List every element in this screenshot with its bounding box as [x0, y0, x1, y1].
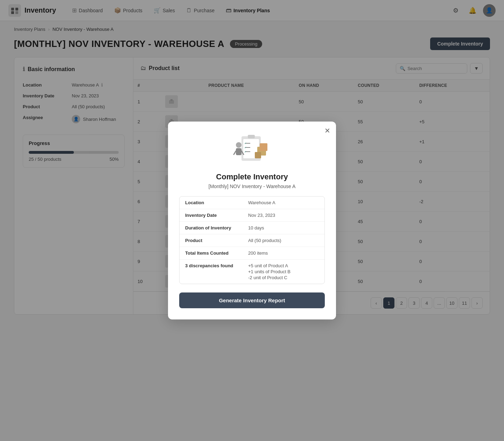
modal-value-total-items: 200 items [248, 250, 319, 256]
modal-row-product: Product All (50 products) [180, 234, 324, 247]
svg-rect-38 [236, 148, 241, 155]
modal-title: Complete Inventory [179, 172, 325, 181]
modal-label-duration: Duration of Inventory [185, 225, 248, 230]
clipboard-illustration: ✓ ✓ ✓ [231, 133, 273, 164]
modal-overlay[interactable]: ✕ ✓ ✓ ✓ [0, 0, 504, 329]
modal-row-inventory-date: Inventory Date Nov 23, 2023 [180, 209, 324, 222]
generate-inventory-report-button[interactable]: Generate Inventory Report [179, 292, 325, 308]
modal-value-discrepancies: +5 unit of Product A +1 units of Product… [248, 263, 319, 280]
modal-value-inventory-date: Nov 23, 2023 [248, 213, 319, 218]
svg-text:✓: ✓ [244, 150, 247, 153]
svg-rect-35 [260, 143, 267, 151]
modal-label-total-items: Total Items Counted [185, 250, 248, 256]
modal-row-discrepancies: 3 discrepancies found +5 unit of Product… [180, 260, 324, 284]
modal-row-total-items: Total Items Counted 200 items [180, 247, 324, 260]
svg-text:✓: ✓ [244, 146, 247, 149]
modal-value-product: All (50 products) [248, 238, 319, 243]
modal-label-inventory-date: Inventory Date [185, 213, 248, 218]
modal-row-location: Location Warehouse A [180, 197, 324, 209]
svg-rect-36 [255, 152, 261, 158]
modal-value-duration: 10 days [248, 225, 319, 230]
modal-row-duration: Duration of Inventory 10 days [180, 222, 324, 234]
svg-line-39 [234, 151, 236, 154]
modal-label-product: Product [185, 238, 248, 243]
svg-text:✓: ✓ [244, 142, 247, 145]
svg-rect-27 [248, 135, 255, 138]
modal-value-location: Warehouse A [248, 200, 319, 205]
modal-label-discrepancies: 3 discrepancies found [185, 263, 248, 280]
modal-info-table: Location Warehouse A Inventory Date Nov … [179, 196, 325, 284]
svg-point-37 [236, 142, 241, 148]
modal-close-button[interactable]: ✕ [324, 127, 330, 134]
modal-label-location: Location [185, 200, 248, 205]
modal-subtitle: [Monthly] NOV Inventory - Warehouse A [179, 184, 325, 189]
modal-illustration: ✓ ✓ ✓ [179, 133, 325, 165]
complete-inventory-modal: ✕ ✓ ✓ ✓ [168, 122, 336, 319]
